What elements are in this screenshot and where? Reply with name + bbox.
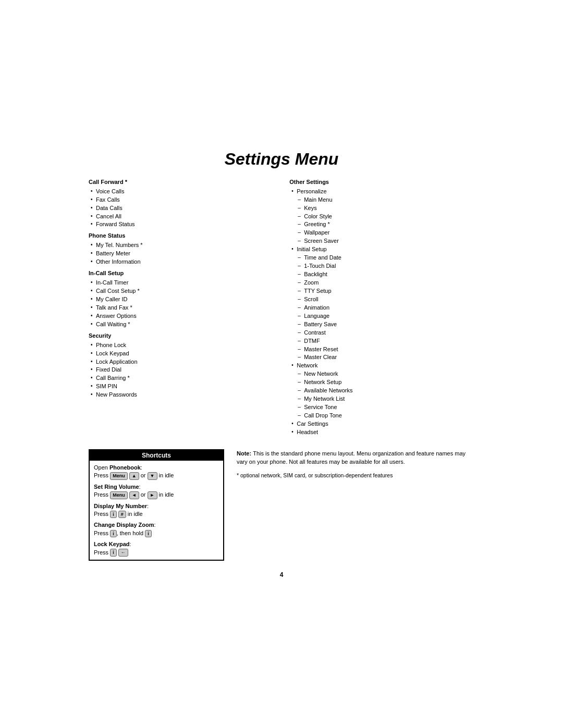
shortcut-title: Change Display Zoom: — [94, 521, 219, 529]
shortcut-desc: Press Menu ▲ or ▼ in idle — [94, 472, 219, 479]
list-item: Service Tone — [304, 403, 474, 412]
list-item: Network Setup — [304, 378, 474, 387]
list-item: 1-Touch Dial — [304, 262, 474, 270]
section-title-in-call-setup: In-Call Setup — [89, 269, 274, 278]
list-item: Call Barring * — [96, 374, 274, 382]
key-icon: i — [110, 511, 117, 519]
section-title-other-settings: Other Settings — [289, 178, 474, 187]
shortcut-open-phonebook: Open Phonebook: Press Menu ▲ or ▼ in idl… — [94, 464, 219, 480]
shortcut-title: Lock Keypad: — [94, 540, 219, 548]
list-item: Talk and Fax * — [96, 304, 274, 312]
key-icon: i — [110, 530, 117, 538]
list-security: Phone Lock Lock Keypad Lock Application … — [89, 341, 274, 400]
section-title-phone-status: Phone Status — [89, 232, 274, 240]
section-security: Security Phone Lock Lock Keypad Lock App… — [89, 332, 274, 400]
list-item: My Network List — [304, 395, 474, 403]
list-item: TTY Setup — [304, 287, 474, 295]
list-item: Fax Calls — [96, 196, 274, 204]
shortcut-desc: Press i # in idle — [94, 510, 219, 518]
section-title-security: Security — [89, 332, 274, 340]
list-phone-status: My Tel. Numbers * Battery Meter Other In… — [89, 241, 274, 266]
shortcut-display-my-number: Display My Number: Press i # in idle — [94, 502, 219, 519]
list-item: Other Information — [96, 258, 274, 266]
list-item: Zoom — [304, 279, 474, 287]
list-item: Phone Lock — [96, 341, 274, 350]
footnote-text: * optional network, SIM card, or subscri… — [237, 472, 474, 480]
list-item: In-Call Timer — [96, 279, 274, 287]
list-item: Headset — [297, 428, 474, 437]
list-item: New Network — [304, 370, 474, 378]
list-item: Call Waiting * — [96, 320, 274, 329]
shortcuts-box: Shortcuts Open Phonebook: Press Menu ▲ o… — [89, 449, 224, 561]
shortcut-lock-keypad: Lock Keypad: Press i ← — [94, 540, 219, 557]
list-item: Network New Network Network Setup Availa… — [297, 362, 474, 420]
shortcut-desc: Press Menu ◄ or ► in idle — [94, 491, 219, 499]
list-item: Keys — [304, 204, 474, 213]
key-icon: Menu — [110, 472, 128, 480]
list-item: Master Clear — [304, 353, 474, 362]
page-title: Settings Menu — [89, 150, 474, 169]
note-box: Note: This is the standard phone menu la… — [237, 449, 474, 480]
list-in-call-setup: In-Call Timer Call Cost Setup * My Calle… — [89, 279, 274, 329]
list-item: Master Reset — [304, 346, 474, 354]
sublist-network: New Network Network Setup Available Netw… — [297, 370, 474, 420]
list-item: Animation — [304, 304, 474, 312]
key-icon: ► — [148, 491, 157, 499]
list-item: Greeting * — [304, 220, 474, 229]
list-item: Car Settings — [297, 420, 474, 428]
list-item: DTMF — [304, 337, 474, 346]
list-item: SIM PIN — [96, 382, 274, 391]
key-icon: i — [110, 549, 117, 557]
list-item: Screen Saver — [304, 237, 474, 245]
list-item: My Tel. Numbers * — [96, 241, 274, 250]
list-item: Color Style — [304, 213, 474, 221]
list-item: Voice Calls — [96, 188, 274, 196]
section-title-call-forward: Call Forward * — [89, 178, 274, 187]
list-item: Call Cost Setup * — [96, 287, 274, 295]
list-item: Data Calls — [96, 204, 274, 213]
list-item: Scroll — [304, 295, 474, 304]
list-item: Contrast — [304, 329, 474, 337]
list-item: Fixed Dial — [96, 366, 274, 374]
list-item: Lock Application — [96, 358, 274, 366]
list-item: Cancel All — [96, 213, 274, 221]
right-column: Other Settings Personalize Main Menu Key… — [289, 178, 474, 440]
list-item: Answer Options — [96, 312, 274, 320]
key-icon: ← — [118, 549, 128, 557]
page: Settings Menu Call Forward * Voice Calls… — [78, 129, 485, 599]
sublist-personalize: Main Menu Keys Color Style Greeting * Wa… — [297, 196, 474, 246]
section-phone-status: Phone Status My Tel. Numbers * Battery M… — [89, 232, 274, 266]
shortcut-title: Open Phonebook: — [94, 464, 219, 472]
main-content: Call Forward * Voice Calls Fax Calls Dat… — [89, 178, 474, 440]
key-icon: Menu — [110, 491, 128, 499]
shortcut-title: Set Ring Volume: — [94, 483, 219, 491]
list-item: Available Networks — [304, 387, 474, 395]
left-column: Call Forward * Voice Calls Fax Calls Dat… — [89, 178, 274, 402]
list-item: Battery Meter — [96, 250, 274, 258]
shortcuts-body: Open Phonebook: Press Menu ▲ or ▼ in idl… — [90, 461, 223, 560]
list-item: Wallpaper — [304, 229, 474, 237]
shortcut-desc: Press i, then hold i — [94, 529, 219, 537]
list-item: Main Menu — [304, 196, 474, 204]
section-call-forward: Call Forward * Voice Calls Fax Calls Dat… — [89, 178, 274, 229]
section-in-call-setup: In-Call Setup In-Call Timer Call Cost Se… — [89, 269, 274, 329]
list-item: Backlight — [304, 270, 474, 279]
list-item: Personalize Main Menu Keys Color Style G… — [297, 188, 474, 246]
list-item: New Passwords — [96, 391, 274, 399]
list-item: Initial Setup Time and Date 1-Touch Dial… — [297, 245, 474, 362]
page-number: 4 — [89, 571, 474, 578]
list-item: Forward Status — [96, 220, 274, 229]
note-label: Note: — [237, 450, 253, 456]
sublist-initial-setup: Time and Date 1-Touch Dial Backlight Zoo… — [297, 254, 474, 362]
note-text: This is the standard phone menu layout. … — [237, 450, 466, 465]
section-other-settings: Other Settings Personalize Main Menu Key… — [289, 178, 474, 437]
list-item: My Caller ID — [96, 295, 274, 304]
key-icon: ▼ — [148, 472, 157, 480]
list-item: Time and Date — [304, 254, 474, 262]
shortcut-set-ring-volume: Set Ring Volume: Press Menu ◄ or ► in id… — [94, 483, 219, 499]
key-icon: ◄ — [129, 491, 139, 499]
shortcuts-header: Shortcuts — [90, 450, 223, 461]
shortcut-title: Display My Number: — [94, 502, 219, 510]
bottom-section: Shortcuts Open Phonebook: Press Menu ▲ o… — [89, 449, 474, 561]
key-icon: # — [118, 511, 126, 519]
